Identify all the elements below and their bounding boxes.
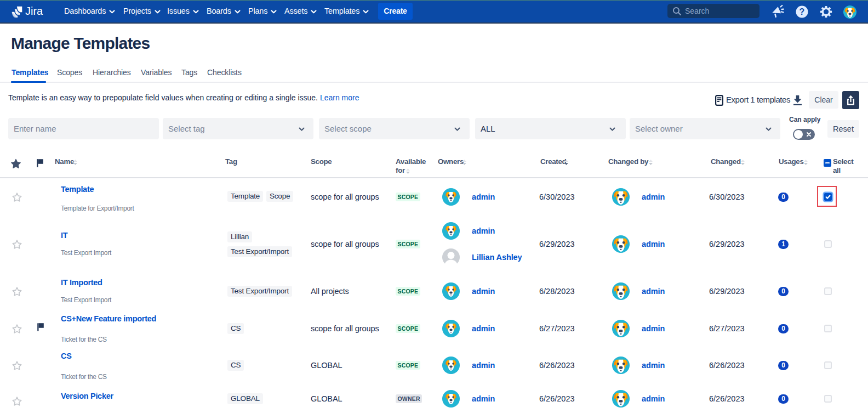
svg-text:?: ? — [800, 7, 805, 16]
